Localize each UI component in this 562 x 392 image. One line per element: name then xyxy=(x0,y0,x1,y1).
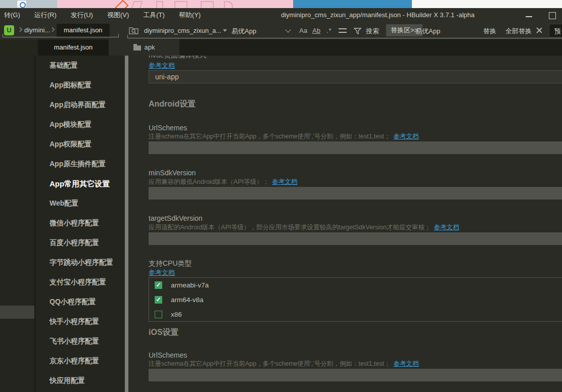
reference-doc-link[interactable]: 参考文档 xyxy=(394,133,419,140)
cpu-type-label: 支持CPU类型 xyxy=(149,259,192,268)
desktop-background xyxy=(0,0,562,8)
ios-settings-heading: iOS设置 xyxy=(149,327,179,338)
multiline-icon[interactable] xyxy=(339,28,347,33)
search-in-folder-icon[interactable] xyxy=(129,26,139,35)
cpu-option-armeabi-v7a[interactable]: armeabi-v7a xyxy=(155,281,209,289)
sidebar-item-quickapp-config[interactable]: 快应用配置 xyxy=(35,371,125,390)
reference-doc-link[interactable]: 参考文档 xyxy=(434,224,459,231)
sidebar-item-baidu-miniprogram-config[interactable]: 百度小程序配置 xyxy=(35,233,125,253)
description-text: 应用兼容的最低Android版本（API等级）； xyxy=(149,178,269,185)
android-urlschemes-description: 注册schema在其它App中打开当前App，多个scheme使用','号分割，… xyxy=(149,132,419,141)
menu-run[interactable]: 运行(R) xyxy=(27,11,64,20)
window-title: diyminipro_cms_zixun_app/manifest.json -… xyxy=(281,8,475,22)
whole-word-icon[interactable]: Ab xyxy=(312,27,320,34)
match-case-icon[interactable]: Aa xyxy=(299,27,307,34)
reference-doc-link[interactable]: 参考文档 xyxy=(272,178,297,185)
checkbox-label: armeabi-v7a xyxy=(171,281,209,289)
minsdkversion-input[interactable] xyxy=(149,187,562,200)
sidebar-item-app-permission-config[interactable]: App权限配置 xyxy=(35,134,125,154)
minsdkversion-label: minSdkVersion xyxy=(149,169,196,177)
toolbar: diymini... manifest.json diyminipro_cms_… xyxy=(0,22,562,39)
tab-label: apk xyxy=(145,43,155,51)
tab-label: manifest.json xyxy=(54,43,93,51)
ios-urlschemes-description: 注册schema在其它App中打开当前App，多个scheme使用','号分割，… xyxy=(149,360,419,368)
menu-tools[interactable]: 工具(T) xyxy=(136,11,172,20)
manifest-editor-content: nvue页面编译模式 参考文档 uni-app Android设置 UrlSch… xyxy=(128,56,562,392)
checkbox-arm64-v8a[interactable] xyxy=(155,296,162,304)
wallpaper-shape xyxy=(174,1,188,8)
reference-doc-link[interactable]: 参考文档 xyxy=(149,61,175,70)
targetsdkversion-label: targetSdkVersion xyxy=(149,214,203,222)
minsdkversion-description: 应用兼容的最低Android版本（API等级）；参考文档 xyxy=(149,178,297,186)
sidebar-item-app-module-config[interactable]: App模块配置 xyxy=(35,115,125,134)
breadcrumb-separator-icon xyxy=(50,27,55,32)
ios-urlschemes-input[interactable] xyxy=(149,369,562,381)
menu-publish[interactable]: 发行(U) xyxy=(64,11,100,20)
hbuilderx-window: 转(G) 运行(R) 发行(U) 视图(V) 工具(T) 帮助(Y) diymi… xyxy=(0,0,562,392)
sidebar-item-wechat-miniprogram-config[interactable]: 微信小程序配置 xyxy=(35,213,125,233)
sidebar-item-web-config[interactable]: Web配置 xyxy=(35,193,125,213)
cpu-option-x86[interactable]: x86 xyxy=(155,311,182,318)
sidebar-item-kuaishou-miniprogram-config[interactable]: 快手小程序配置 xyxy=(35,312,125,331)
description-text: 注册schema在其它App中打开当前App，多个scheme使用','号分割，… xyxy=(149,360,391,367)
sidebar-item-bytedance-miniprogram-config[interactable]: 字节跳动小程序配置 xyxy=(35,253,125,272)
search-area-underline xyxy=(127,35,562,38)
sidebar-scrollbar[interactable] xyxy=(125,56,128,392)
nvue-compile-mode-label: nvue页面编译模式 xyxy=(149,56,206,60)
compile-mode-field[interactable]: uni-app xyxy=(149,70,562,83)
sidebar-item-alipay-miniprogram-config[interactable]: 支付宝小程序配置 xyxy=(35,272,125,292)
recycle-bin-icon[interactable] xyxy=(17,1,26,8)
folder-icon xyxy=(133,45,141,51)
desktop-wallpaper-pink xyxy=(57,0,293,8)
sidebar-item-app-icon-config[interactable]: App图标配置 xyxy=(35,75,125,95)
menu-view[interactable]: 视图(V) xyxy=(100,11,136,20)
targetsdkversion-description: 应用适配的Android版本（API等级），部分应用市场要求设置较高的targe… xyxy=(149,223,459,232)
filter-icon[interactable] xyxy=(354,28,361,34)
breadcrumb-underline xyxy=(3,34,119,37)
android-urlschemes-input[interactable] xyxy=(149,141,562,154)
project-panel-selected-item[interactable] xyxy=(0,306,34,319)
sidebar-item-basic-config[interactable]: 基础配置 xyxy=(35,56,125,75)
sidebar-item-jd-miniprogram-config[interactable]: 京东小程序配置 xyxy=(35,351,125,371)
description-text: 注册schema在其它App中打开当前App，多个scheme使用','号分割，… xyxy=(149,133,391,140)
breadcrumb-separator-icon xyxy=(18,27,23,32)
wallpaper-shape xyxy=(224,1,233,8)
reference-doc-link[interactable]: 参考文档 xyxy=(394,360,419,367)
cpu-option-arm64-v8a[interactable]: arm64-v8a xyxy=(155,296,204,304)
description-text: 应用适配的Android版本（API等级），部分应用市场要求设置较高的targe… xyxy=(149,224,431,231)
sidebar-item-app-launch-screen-config[interactable]: App启动界面配置 xyxy=(35,95,125,115)
checkbox-label: x86 xyxy=(171,311,182,318)
close-search-icon[interactable] xyxy=(536,27,542,33)
maximize-button[interactable] xyxy=(545,11,560,19)
desktop-area-left xyxy=(0,0,57,8)
project-panel-strip xyxy=(0,56,34,392)
checkbox-label: arm64-v8a xyxy=(171,296,204,304)
checkbox-armeabi-v7a[interactable] xyxy=(155,281,162,289)
tab-manifest-json[interactable]: manifest.json xyxy=(38,39,109,56)
breadcrumb-project[interactable]: diymini... xyxy=(24,26,50,34)
sidebar-item-feishu-miniprogram-config[interactable]: 飞书小程序配置 xyxy=(35,331,125,351)
chevron-down-icon[interactable] xyxy=(285,27,291,32)
wallpaper-shape xyxy=(115,0,129,8)
sidebar-item-app-native-plugin-config[interactable]: App原生插件配置 xyxy=(35,154,125,174)
desktop-window-white xyxy=(412,0,562,8)
title-bar: 转(G) 运行(R) 发行(U) 视图(V) 工具(T) 帮助(Y) diymi… xyxy=(0,8,562,22)
reference-doc-link[interactable]: 参考文档 xyxy=(149,268,175,277)
checkbox-x86[interactable] xyxy=(155,311,162,318)
sidebar-item-app-common-other-settings[interactable]: App常用其它设置 xyxy=(35,174,125,193)
search-scope-dropdown[interactable]: diyminipro_cms_zixun_a... xyxy=(144,27,221,34)
menu-goto[interactable]: 转(G) xyxy=(0,11,27,20)
minimize-button[interactable] xyxy=(522,11,537,19)
regex-icon[interactable]: .* xyxy=(326,27,332,34)
targetsdkversion-input[interactable] xyxy=(149,232,562,245)
android-settings-heading: Android设置 xyxy=(149,99,196,110)
menu-help[interactable]: 帮助(Y) xyxy=(172,11,208,20)
sidebar-item-qq-miniprogram-config[interactable]: QQ小程序配置 xyxy=(35,292,125,312)
editor-tab-bar: manifest.json apk xyxy=(0,39,562,56)
tab-apk[interactable]: apk xyxy=(109,39,179,56)
chevron-down-icon[interactable] xyxy=(223,29,227,32)
android-urlschemes-label: UrlSchemes xyxy=(149,124,187,132)
wallpaper-shape xyxy=(130,1,143,8)
menu-bar: 转(G) 运行(R) 发行(U) 视图(V) 工具(T) 帮助(Y) xyxy=(0,8,208,22)
desktop-window-blue xyxy=(293,0,412,8)
